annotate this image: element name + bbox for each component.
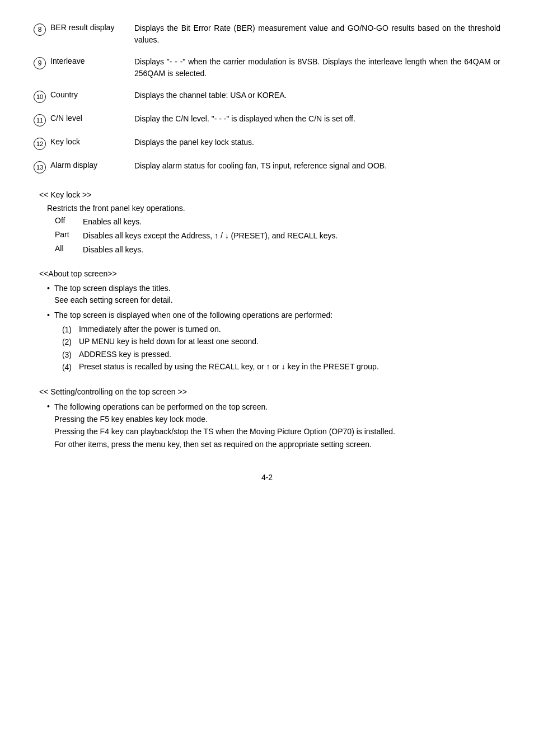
item-number-9: 9 [34, 57, 46, 69]
bullet-content-2: The top screen is displayed when one of … [54, 309, 379, 374]
item-label-12: Key lock [50, 137, 80, 146]
key-lock-label-all: All [55, 244, 83, 256]
sub-item-4: (4) Preset status is recalled by using t… [62, 361, 379, 373]
bullet-item-2: • The top screen is displayed when one o… [39, 309, 500, 374]
page-content: 8 BER result display Displays the Bit Er… [34, 22, 500, 482]
bullet-dot-1: • [47, 284, 50, 293]
key-lock-row-off: Off Enables all keys. [55, 216, 500, 228]
about-header: <<About top screen>> [39, 269, 500, 278]
col-num-10: 10 Country [34, 90, 134, 103]
setting-line-3: For other items, press the menu key, the… [54, 440, 372, 449]
item-desc-8: Displays the Bit Error Rate (BER) measur… [134, 22, 500, 46]
sub-item-3: (3) ADDRESS key is pressed. [62, 349, 379, 361]
setting-line-2: Pressing the F4 key can playback/stop th… [54, 427, 395, 436]
bullet-subtext-1: See each setting screen for detail. [54, 295, 173, 304]
setting-bullet: • The following operations can be perfor… [39, 401, 500, 451]
col-num-12: 12 Key lock [34, 137, 134, 150]
col-num-8: 8 BER result display [34, 22, 134, 36]
key-lock-row-part: Part Disables all keys except the Addres… [55, 230, 500, 242]
bullet-sub-list: (1) Immediately after the power is turne… [54, 323, 379, 374]
col-num-9: 9 Interleave [34, 56, 134, 69]
key-lock-section: << Key lock >> Restricts the front panel… [34, 190, 500, 256]
sub-num-2: (2) [62, 336, 79, 348]
table-row: 10 Country Displays the channel table: U… [34, 90, 500, 103]
key-lock-desc-all: Disables all keys. [83, 244, 500, 256]
bullet-text-1: The top screen displays the titles. [54, 284, 171, 293]
key-lock-desc-off: Enables all keys. [83, 216, 500, 228]
key-lock-row-all: All Disables all keys. [55, 244, 500, 256]
item-label-13: Alarm display [50, 161, 97, 170]
sub-num-1: (1) [62, 323, 79, 336]
bullet-text-2: The top screen is displayed when one of … [54, 311, 332, 320]
sub-num-3: (3) [62, 349, 79, 361]
col-num-11: 11 C/N level [34, 113, 134, 126]
table-row: 12 Key lock Displays the panel key lock … [34, 137, 500, 150]
item-desc-13: Display alarm status for cooling fan, TS… [134, 160, 500, 172]
sub-text-1: Immediately after the power is turned on… [79, 323, 379, 336]
setting-line-1: Pressing the F5 key enables key lock mod… [54, 415, 208, 424]
sub-item-2: (2) UP MENU key is held down for at leas… [62, 336, 379, 348]
table-row: 8 BER result display Displays the Bit Er… [34, 22, 500, 46]
bullet-dot-2: • [47, 311, 50, 320]
sub-num-4: (4) [62, 361, 79, 373]
item-label-11: C/N level [50, 114, 82, 123]
item-label-9: Interleave [50, 57, 85, 65]
item-number-11: 11 [34, 114, 46, 126]
col-num-13: 13 Alarm display [34, 160, 134, 173]
sub-item-1: (1) Immediately after the power is turne… [62, 323, 379, 336]
item-number-12: 12 [34, 138, 46, 150]
table-row: 11 C/N level Display the C/N level. "- -… [34, 113, 500, 126]
sub-text-4: Preset status is recalled by using the R… [79, 361, 379, 373]
key-lock-label-off: Off [55, 216, 83, 228]
item-desc-10: Displays the channel table: USA or KOREA… [134, 90, 500, 101]
sub-text-2: UP MENU key is held down for at least on… [79, 336, 379, 348]
item-label-10: Country [50, 90, 78, 99]
items-table: 8 BER result display Displays the Bit Er… [34, 22, 500, 173]
bullet-content-1: The top screen displays the titles. See … [54, 283, 173, 306]
about-section: <<About top screen>> • The top screen di… [34, 269, 500, 374]
item-desc-9: Displays "- - -" when the carrier modula… [134, 56, 500, 79]
setting-section: << Setting/controlling on the top screen… [34, 387, 500, 451]
item-number-10: 10 [34, 91, 46, 103]
item-desc-11: Display the C/N level. "- - -" is displa… [134, 113, 500, 125]
key-lock-table: Off Enables all keys. Part Disables all … [39, 216, 500, 256]
bullet-item-1: • The top screen displays the titles. Se… [39, 283, 500, 306]
item-number-13: 13 [34, 161, 46, 173]
setting-content: The following operations can be performe… [54, 401, 395, 451]
key-lock-desc-part: Disables all keys except the Address, ↑ … [83, 230, 500, 242]
key-lock-intro: Restricts the front panel key operations… [39, 204, 500, 213]
item-number-8: 8 [34, 24, 46, 36]
item-desc-12: Displays the panel key lock status. [134, 137, 500, 148]
item-label-8: BER result display [50, 23, 114, 32]
key-lock-header: << Key lock >> [39, 190, 500, 199]
setting-bullet-dot: • [47, 402, 50, 411]
setting-header: << Setting/controlling on the top screen… [39, 387, 500, 396]
setting-bullet-text: The following operations can be performe… [54, 402, 268, 411]
sub-text-3: ADDRESS key is pressed. [79, 349, 379, 361]
key-lock-label-part: Part [55, 230, 83, 242]
table-row: 13 Alarm display Display alarm status fo… [34, 160, 500, 173]
table-row: 9 Interleave Displays "- - -" when the c… [34, 56, 500, 79]
page-number: 4-2 [34, 473, 500, 482]
